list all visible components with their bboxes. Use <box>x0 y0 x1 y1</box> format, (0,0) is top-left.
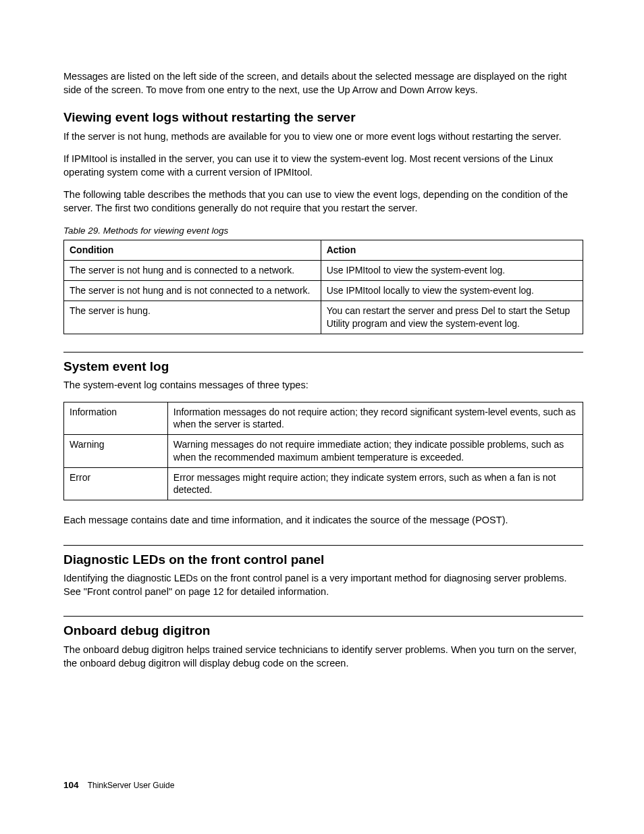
heading-viewing-event-logs: Viewing event logs without restarting th… <box>63 109 583 126</box>
table-row: The server is hung. You can restart the … <box>64 301 583 334</box>
body-paragraph: Identifying the diagnostic LEDs on the f… <box>63 572 583 598</box>
table-row: Information Information messages do not … <box>64 402 583 434</box>
page-number: 104 <box>63 780 79 790</box>
document-page: Messages are listed on the left side of … <box>0 0 644 720</box>
page-footer: 104 ThinkServer User Guide <box>63 779 174 791</box>
table-cell: Use IPMItool to view the system-event lo… <box>321 260 583 280</box>
heading-diagnostic-leds: Diagnostic LEDs on the front control pan… <box>63 545 583 569</box>
table-cell: You can restart the server and press Del… <box>321 301 583 334</box>
heading-onboard-debug-digitron: Onboard debug digitron <box>63 616 583 640</box>
table-cell: Error <box>64 467 168 500</box>
table-row: Error Error messages might require actio… <box>64 467 583 500</box>
table-cell: Warning <box>64 435 168 467</box>
body-paragraph: If the server is not hung, methods are a… <box>63 130 583 144</box>
intro-paragraph: Messages are listed on the left side of … <box>63 70 583 97</box>
body-paragraph: The onboard debug digitron helps trained… <box>63 644 583 670</box>
body-paragraph: The following table describes the method… <box>63 188 583 215</box>
body-paragraph: The system-event log contains messages o… <box>63 379 583 392</box>
table-cell: Error messages might require action; the… <box>167 467 583 500</box>
message-types-table: Information Information messages do not … <box>63 402 583 500</box>
footer-doc-title: ThinkServer User Guide <box>88 781 175 790</box>
table-cell: The server is not hung and is not connec… <box>64 281 321 301</box>
table-row: Warning Warning messages do not require … <box>64 435 583 467</box>
table-cell: Information <box>64 402 168 434</box>
body-paragraph: Each message contains date and time info… <box>63 514 583 527</box>
table-cell: Use IPMItool locally to view the system-… <box>321 281 583 301</box>
table-row: The server is not hung and is connected … <box>64 260 583 280</box>
table-caption: Table 29. Methods for viewing event logs <box>63 225 583 237</box>
table-row: The server is not hung and is not connec… <box>64 281 583 301</box>
table-cell: Information messages do not require acti… <box>167 402 583 434</box>
methods-table: Condition Action The server is not hung … <box>63 240 583 334</box>
table-cell: The server is not hung and is connected … <box>64 260 321 280</box>
body-paragraph: If IPMItool is installed in the server, … <box>63 153 583 179</box>
heading-system-event-log: System event log <box>63 352 583 375</box>
table-cell: Warning messages do not require immediat… <box>167 435 583 467</box>
table-header: Condition <box>64 240 321 260</box>
table-header-row: Condition Action <box>64 240 583 260</box>
table-cell: The server is hung. <box>64 301 321 334</box>
table-header: Action <box>321 240 583 260</box>
